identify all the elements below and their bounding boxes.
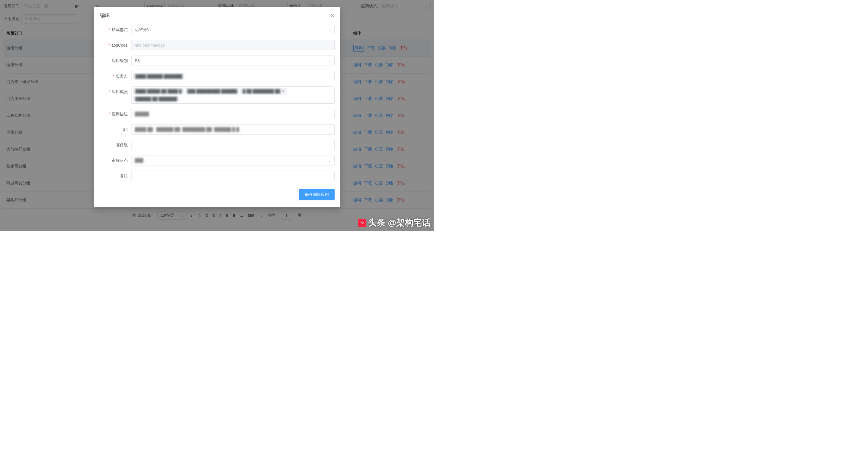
form-input-remark[interactable] [131,171,335,181]
form-label-appcode: appCode [112,43,128,47]
form-label-audit: 审核状态 [112,158,128,163]
form-label-owner: 负责人 [116,74,128,78]
chevron-down-icon: ⌄ [328,158,332,163]
save-button[interactable]: 保存编辑应用 [299,189,335,200]
watermark: 今 头条 @架构宅话 [358,217,431,229]
form-label-members: 应用成员 [112,89,128,94]
modal-body: *所属部门 运维分组 ⌄ *appCode mfs-ops-manage 应用级… [94,22,340,181]
form-input-mailgroup[interactable] [131,140,335,150]
close-icon[interactable]: ✕ [330,12,335,19]
form-label-appdesc: 应用描述 [112,112,128,116]
form-select-applevel[interactable]: S3 ⌄ [131,56,335,66]
form-label-applevel: 应用级别 [112,58,128,63]
form-select-audit[interactable]: ███ ⌄ [131,155,335,165]
chevron-down-icon: ⌄ [328,28,332,32]
form-select-members[interactable]: ████ █████ ██ ████ █ ███ █████████ █████… [131,87,335,104]
form-label-git: Git [123,127,128,132]
form-input-appcode: mfs-ops-manage [131,40,335,51]
modal-title: 编辑 [100,12,110,19]
toutiao-logo-icon: 今 [358,219,366,227]
form-label-mailgroup: 邮件组 [116,142,128,147]
form-select-owner[interactable]: ████ ██████ ███████ ⌄ [131,71,335,81]
chevron-down-icon: ⌄ [328,74,332,78]
form-input-git[interactable]: ████ ██ ██████ ██ ████████ ██ ██████ █ █ [131,124,335,135]
form-select-department[interactable]: 运维分组 ⌄ [131,25,335,35]
chevron-down-icon: ⌄ [328,91,332,95]
chevron-down-icon: ⌄ [328,58,332,63]
form-label-remark: 备注 [120,173,128,178]
form-label-department: 所属部门 [112,28,128,32]
form-input-appdesc[interactable]: █████ [131,109,335,119]
tag-remove-icon[interactable]: ✕ [282,89,285,93]
edit-modal: 编辑 ✕ *所属部门 运维分组 ⌄ *appCode mfs-ops-manag… [94,7,340,207]
